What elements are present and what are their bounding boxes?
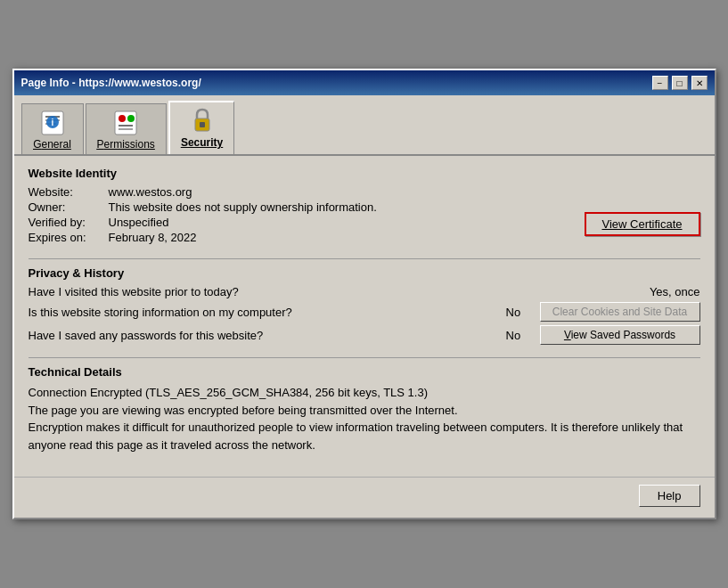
help-button[interactable]: Help bbox=[639, 485, 700, 507]
minimize-button[interactable]: − bbox=[652, 76, 668, 90]
website-value: www.westos.org bbox=[109, 185, 585, 199]
expires-value: February 8, 2022 bbox=[109, 231, 585, 244]
technical-line-2: The page you are viewing was encrypted b… bbox=[29, 402, 700, 420]
view-certificate-button[interactable]: View Certificate bbox=[585, 212, 700, 236]
tab-permissions[interactable]: Permissions bbox=[86, 103, 167, 154]
identity-section: Website Identity Website: www.westos.org… bbox=[29, 167, 700, 246]
svg-rect-12 bbox=[200, 122, 205, 127]
expires-label: Expires on: bbox=[29, 231, 109, 244]
owner-value: This website does not supply ownership i… bbox=[109, 200, 585, 214]
privacy-answer-3: No bbox=[506, 329, 533, 342]
technical-section: Technical Details Connection Encrypted (… bbox=[29, 365, 700, 453]
technical-line-1: Connection Encrypted (TLS_AES_256_GCM_SH… bbox=[29, 384, 700, 402]
privacy-section: Privacy & History Have I visited this we… bbox=[29, 266, 700, 345]
identity-header-row: Website: www.westos.org Owner: This webs… bbox=[29, 185, 700, 246]
view-saved-passwords-button[interactable]: View Saved Passwords bbox=[540, 325, 700, 345]
titlebar: Page Info - https://www.westos.org/ − □ … bbox=[14, 70, 715, 95]
page-info-window: Page Info - https://www.westos.org/ − □ … bbox=[12, 69, 716, 519]
tab-security[interactable]: Security bbox=[168, 101, 234, 154]
identity-info: Website: www.westos.org Owner: This webs… bbox=[29, 185, 585, 246]
security-tab-icon bbox=[188, 106, 217, 135]
privacy-row-1: Have I visited this website prior to tod… bbox=[29, 285, 700, 298]
svg-point-8 bbox=[127, 115, 135, 122]
owner-row: Owner: This website does not supply owne… bbox=[29, 200, 585, 214]
identity-title: Website Identity bbox=[29, 167, 700, 180]
privacy-question-3: Have I saved any passwords for this webs… bbox=[29, 329, 499, 342]
svg-text:i: i bbox=[51, 118, 53, 127]
tab-security-label: Security bbox=[181, 136, 223, 149]
privacy-row-2: Is this website storing information on m… bbox=[29, 302, 700, 322]
window-title: Page Info - https://www.westos.org/ bbox=[21, 77, 201, 89]
privacy-answer-1: Yes, once bbox=[650, 285, 700, 298]
privacy-answer-2: No bbox=[506, 306, 533, 319]
privacy-question-1: Have I visited this website prior to tod… bbox=[29, 285, 642, 298]
general-tab-icon: i bbox=[38, 108, 67, 136]
clear-cookies-button[interactable]: Clear Cookies and Site Data bbox=[540, 302, 700, 322]
owner-label: Owner: bbox=[29, 200, 109, 214]
privacy-title: Privacy & History bbox=[29, 266, 700, 280]
website-row: Website: www.westos.org bbox=[29, 185, 585, 199]
tab-general[interactable]: i General bbox=[21, 103, 84, 154]
svg-point-7 bbox=[119, 115, 126, 122]
technical-title: Technical Details bbox=[29, 365, 700, 379]
expires-row: Expires on: February 8, 2022 bbox=[29, 231, 585, 244]
website-label: Website: bbox=[29, 185, 109, 199]
verified-label: Verified by: bbox=[29, 216, 109, 229]
maximize-button[interactable]: □ bbox=[672, 76, 688, 90]
window-controls: − □ ✕ bbox=[652, 76, 708, 90]
divider-1 bbox=[29, 258, 700, 259]
tab-permissions-label: Permissions bbox=[97, 138, 155, 151]
tabs-bar: i General Permissions bbox=[14, 95, 715, 156]
verified-value: Unspecified bbox=[109, 216, 585, 229]
privacy-row-3: Have I saved any passwords for this webs… bbox=[29, 325, 700, 345]
divider-2 bbox=[29, 357, 700, 358]
footer: Help bbox=[14, 477, 715, 518]
verified-row: Verified by: Unspecified bbox=[29, 216, 585, 229]
privacy-question-2: Is this website storing information on m… bbox=[29, 306, 499, 319]
close-button[interactable]: ✕ bbox=[691, 76, 708, 90]
svg-rect-6 bbox=[115, 111, 136, 135]
tab-general-label: General bbox=[33, 138, 71, 151]
technical-line-3: Encryption makes it difficult for unauth… bbox=[29, 419, 700, 453]
permissions-tab-icon bbox=[111, 108, 140, 136]
main-content: Website Identity Website: www.westos.org… bbox=[14, 156, 715, 477]
